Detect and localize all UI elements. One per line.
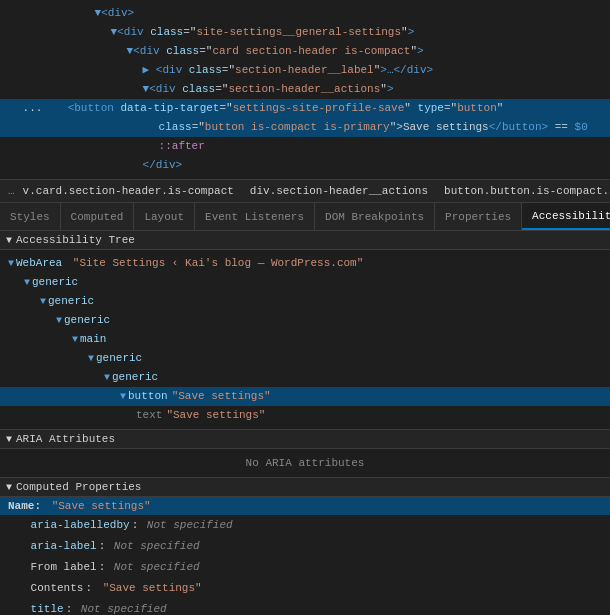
accessibility-tree-section: ▼ WebArea "Site Settings ‹ Kai's blog — … (0, 250, 610, 429)
aria-attributes-chevron: ▼ (6, 434, 12, 445)
breadcrumb-separator-1 (240, 189, 244, 193)
code-line: ▶ <div class="section-header__label">…</… (0, 61, 610, 80)
prop-contents: Contents: "Save settings" (0, 578, 610, 599)
prop-from-label: From label: Not specified (0, 557, 610, 578)
code-line: ▼<div class="section-header__actions"> (0, 80, 610, 99)
tree-node-generic-4[interactable]: ▼ generic (0, 349, 610, 368)
aria-attributes-section: No ARIA attributes (0, 449, 610, 477)
computed-properties-header[interactable]: ▼ Computed Properties (0, 478, 610, 497)
tab-accessibility[interactable]: Accessibility (522, 203, 610, 230)
computed-properties-title: Computed Properties (16, 481, 141, 493)
code-panel: ▼<div> ▼<div class="site-settings__gener… (0, 0, 610, 180)
tree-node-generic-2[interactable]: ▼ generic (0, 292, 610, 311)
tree-node-webarea[interactable]: ▼ WebArea "Site Settings ‹ Kai's blog — … (0, 254, 610, 273)
tree-node-main[interactable]: ▼ main (0, 330, 610, 349)
tree-node-generic-1[interactable]: ▼ generic (0, 273, 610, 292)
computed-properties-chevron: ▼ (6, 482, 12, 493)
code-line: ::after (0, 137, 610, 156)
tree-node-generic-3[interactable]: ▼ generic (0, 311, 610, 330)
accessibility-tree-chevron: ▼ (6, 235, 12, 246)
tab-event-listeners[interactable]: Event Listeners (195, 203, 315, 230)
tree-node-button[interactable]: ▼ button "Save settings" (0, 387, 610, 406)
tree-node-text[interactable]: text "Save settings" (0, 406, 610, 425)
prop-aria-labelledby: aria-labelledby: Not specified (0, 515, 610, 536)
code-line: ▼<div class="site-settings__general-sett… (0, 23, 610, 42)
code-line: ▼<div class="card section-header is-comp… (0, 42, 610, 61)
prop-aria-label: aria-label: Not specified (0, 536, 610, 557)
accessibility-tree-title: Accessibility Tree (16, 234, 135, 246)
breadcrumb-start-ellipsis: … (6, 183, 17, 199)
code-line-selected[interactable]: ... <button data-tip-target="settings-si… (0, 99, 610, 118)
tab-dom-breakpoints[interactable]: DOM Breakpoints (315, 203, 435, 230)
tab-styles[interactable]: Styles (0, 203, 61, 230)
tree-node-generic-5[interactable]: ▼ generic (0, 368, 610, 387)
computed-properties-section: Name: "Save settings" aria-labelledby: N… (0, 497, 610, 615)
tabs-bar: Styles Computed Layout Event Listeners D… (0, 203, 610, 231)
tab-computed[interactable]: Computed (61, 203, 135, 230)
aria-attributes-header[interactable]: ▼ ARIA Attributes (0, 430, 610, 449)
accessibility-tree-header[interactable]: ▼ Accessibility Tree (0, 231, 610, 250)
aria-attributes-title: ARIA Attributes (16, 433, 115, 445)
breadcrumb-item-3[interactable]: button.button.is-compact.is-primary (440, 183, 610, 199)
no-aria-message: No ARIA attributes (0, 449, 610, 477)
accessibility-panel: ▼ Accessibility Tree ▼ WebArea "Site Set… (0, 231, 610, 615)
computed-name-row: Name: "Save settings" (0, 497, 610, 515)
breadcrumb-separator-2 (434, 189, 438, 193)
code-line: ▼<div> (0, 4, 610, 23)
breadcrumb-item-2[interactable]: div.section-header__actions (246, 183, 432, 199)
breadcrumb: … v.card.section-header.is-compact div.s… (0, 180, 610, 203)
tab-layout[interactable]: Layout (134, 203, 195, 230)
name-label: Name: (8, 500, 41, 512)
tab-properties[interactable]: Properties (435, 203, 522, 230)
code-line-selected-cont[interactable]: class="button is-compact is-primary">Sav… (0, 118, 610, 137)
code-line: </div> (0, 156, 610, 175)
name-value: "Save settings" (52, 500, 151, 512)
breadcrumb-item-1[interactable]: v.card.section-header.is-compact (19, 183, 238, 199)
prop-title: title: Not specified (0, 599, 610, 615)
